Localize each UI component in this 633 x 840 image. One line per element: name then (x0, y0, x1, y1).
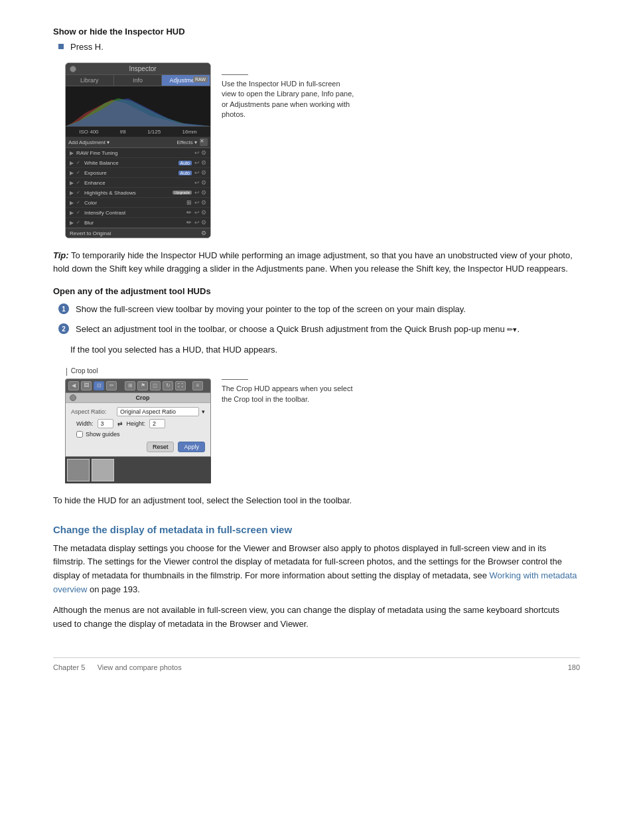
section-adj-tool-huds: Open any of the adjustment tool HUDs 1 S… (53, 286, 580, 507)
show-guides-checkbox[interactable] (76, 431, 83, 438)
meta-focal: 16mm (182, 129, 197, 135)
toolbar-more-icon[interactable]: ≡ (192, 381, 203, 390)
hud-tab-library[interactable]: Library (66, 75, 114, 86)
hud-adj-toolbar: Add Adjustment ▾ Effects ▾ ✕ (66, 137, 210, 148)
adj-check-enh: ✓ (76, 180, 80, 185)
adj-row-wb: ▶ ✓ White Balance Auto ↩⚙ (66, 158, 210, 168)
strip-thumbnail-1 (67, 459, 90, 481)
revert-settings-icon[interactable]: ⚙ (201, 230, 206, 236)
toolbar-photo-icon[interactable]: 🖼 (81, 381, 92, 390)
adj-icons-hs: ↩⚙ (194, 189, 206, 196)
crop-callout: The Crop HUD appears when you select the… (222, 367, 354, 404)
width-label: Width: (76, 420, 94, 427)
adj-name-enh: Enhance (84, 180, 192, 186)
adj-name-color: Color (84, 200, 184, 206)
histogram-svg (66, 86, 210, 126)
photo-strip (65, 457, 211, 483)
crop-hud-title: Crop (79, 394, 206, 401)
height-input[interactable]: 2 (149, 419, 165, 428)
section-metadata: Change the display of metadata in full-s… (53, 524, 580, 631)
hud-appears-note: If the tool you selected has a HUD, that… (70, 343, 580, 357)
step2-main-text: Select an adjustment tool in the toolbar… (76, 324, 505, 334)
close-adj-icon[interactable]: ✕ (200, 138, 208, 146)
adj-name-exp: Exposure (84, 170, 176, 176)
toolbar-flag-icon[interactable]: ⚑ (137, 381, 148, 390)
step-1-text: Show the full-screen view toolbar by mov… (76, 303, 466, 316)
adj-icons-raw: ↩⚙ (194, 149, 206, 156)
crop-action-buttons: Reset Apply (71, 442, 205, 452)
width-height-row: Width: 3 ⇄ Height: 2 (71, 419, 205, 428)
crop-tool-label: Crop tool (66, 367, 211, 375)
adj-arrow-wb: ▶ (70, 160, 74, 166)
adj-row-hs: ▶ ✓ Highlights & Shadows Upgrade ↩⚙ (66, 188, 210, 198)
adj-arrow-color: ▶ (70, 200, 74, 206)
bullet-press-h: Press H. (58, 42, 580, 52)
adj-name-int: Intensify Contrast (84, 210, 184, 216)
raw-badge: RAW (193, 76, 208, 82)
step-1: 1 Show the full-screen view toolbar by m… (58, 303, 580, 316)
inspector-callout: Use the Inspector HUD in full-screen vie… (222, 62, 354, 120)
footer-chapter-name: View and compare photos (98, 663, 182, 671)
revert-label[interactable]: Revert to Original (70, 230, 111, 236)
adj-check-int: ✓ (76, 210, 80, 215)
show-guides-row: Show guides (71, 431, 205, 438)
aspect-ratio-row: Aspect Ratio: Original Aspect Ratio ▾ (71, 407, 205, 416)
adj-row-exposure: ▶ ✓ Exposure Auto ↩⚙ (66, 168, 210, 178)
crop-tool-label-text: Crop tool (71, 367, 98, 375)
adj-badge-exp: Auto (178, 171, 192, 175)
callout-text: Use the Inspector HUD in full-screen vie… (222, 79, 354, 120)
crop-toolbar: ◀ 🖼 ⊡ ✏ ⊞ ⚑ ◫ ↻ ⛶ ≡ (65, 378, 211, 392)
metadata-para1: The metadata display settings you choose… (53, 542, 580, 597)
bullet-text: Press H. (70, 42, 104, 52)
wh-swap-icon[interactable]: ⇄ (117, 420, 123, 427)
adj-check-color: ✓ (76, 200, 80, 205)
hud-titlebar: Inspector (66, 63, 210, 75)
hud-tabs-wrap: Library Info Adjustments RAW (66, 75, 210, 86)
crop-hud-header: Crop (66, 393, 210, 403)
footer-page-number: 180 (568, 663, 580, 671)
numbered-steps: 1 Show the full-screen view toolbar by m… (58, 303, 580, 336)
toolbar-brush-icon[interactable]: ✏ (106, 381, 117, 390)
toolbar-grid-icon[interactable]: ⊞ (125, 381, 135, 390)
adj-name-hs: Highlights & Shadows (84, 190, 170, 196)
adj-arrow-blur: ▶ (70, 220, 74, 226)
toolbar-rotate-icon[interactable]: ↻ (163, 381, 173, 390)
adj-arrow-hs: ▶ (70, 190, 74, 196)
quick-brush-icon: ✏▾ (507, 324, 517, 335)
footer-chapter: Chapter 5 View and compare photos (53, 663, 182, 671)
adj-check-exp: ✓ (76, 170, 80, 175)
adj-icons-enh: ↩⚙ (194, 179, 206, 186)
toolbar-fullscreen-icon[interactable]: ⛶ (175, 381, 186, 390)
aspect-ratio-value[interactable]: Original Aspect Ratio (117, 407, 199, 416)
meta-aperture: f/8 (120, 129, 126, 135)
footer-chapter-label: Chapter 5 (53, 663, 85, 671)
crop-close-button[interactable] (70, 394, 76, 401)
adj-name-raw: RAW Fine Tuning (76, 150, 192, 156)
crop-callout-dash (222, 379, 248, 380)
metadata-para1-suffix: on page 193. (90, 584, 140, 594)
strip-thumbnail-2 (92, 459, 114, 481)
reset-button[interactable]: Reset (147, 442, 175, 452)
adj-check-wb: ✓ (76, 160, 80, 165)
crop-figure-area: Crop tool ◀ 🖼 ⊡ ✏ ⊞ ⚑ ◫ ↻ ⛶ ≡ (65, 367, 580, 483)
sub-chapter-heading-metadata: Change the display of metadata in full-s… (53, 524, 580, 535)
inspector-hud-figure: Inspector Library Info Adjustments RAW (65, 62, 580, 238)
aspect-ratio-label: Aspect Ratio: (71, 408, 114, 415)
hud-metadata-bar: ISO 400 f/8 1/125 16mm (66, 126, 210, 137)
tip-label: Tip: (53, 250, 69, 260)
step-2: 2 Select an adjustment tool in the toolb… (58, 323, 580, 336)
apply-button[interactable]: Apply (178, 442, 205, 452)
hud-close-button[interactable] (70, 66, 76, 72)
add-adjustment-label: Add Adjustment ▾ (68, 139, 109, 145)
section-heading-inspector: Show or hide the Inspector HUD (53, 27, 580, 37)
toolbar-compare-icon[interactable]: ◫ (150, 381, 161, 390)
step-1-number: 1 (58, 303, 69, 314)
tip-text: To temporarily hide the Inspector HUD wh… (53, 250, 573, 274)
width-input[interactable]: 3 (98, 419, 113, 428)
hud-tab-info[interactable]: Info (114, 75, 163, 86)
toolbar-back-icon[interactable]: ◀ (68, 381, 79, 390)
adj-arrow-enh: ▶ (70, 180, 74, 186)
toolbar-crop-icon[interactable]: ⊡ (94, 381, 104, 390)
hud-adjustments-panel: Add Adjustment ▾ Effects ▾ ✕ ▶ RAW Fine … (66, 137, 210, 238)
aspect-ratio-arrow: ▾ (202, 408, 205, 415)
